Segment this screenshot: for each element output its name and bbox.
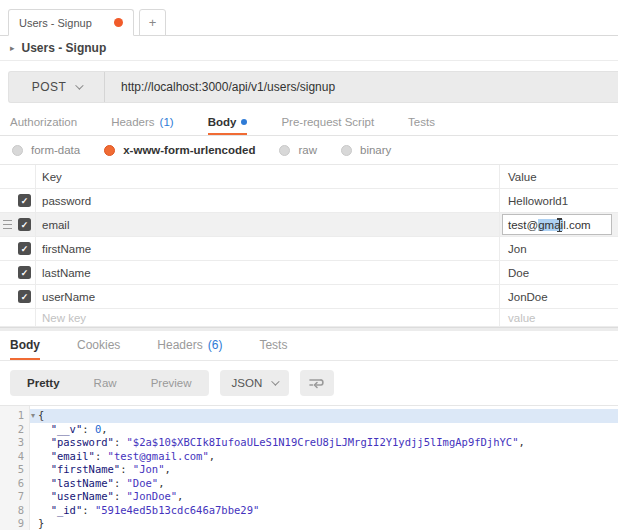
code-line: 8 "_id": "591e4ed5b13cdc646a7bbe29" [0, 504, 618, 518]
line-number: 2 [0, 423, 30, 437]
code-line: 9} [0, 517, 618, 530]
radio-icon[interactable] [104, 145, 115, 156]
row-checkbox[interactable]: ✓ [18, 266, 31, 279]
row-checkbox[interactable]: ✓ [18, 290, 31, 303]
radio-icon[interactable] [341, 145, 352, 156]
line-number: 1 [0, 409, 30, 423]
code-line: 6 "lastName": "Doe", [0, 477, 618, 491]
code-line: 4 "email": "test@gmail.com", [0, 450, 618, 464]
body-mode-binary[interactable]: binary [341, 144, 391, 156]
line-number: 9 [0, 517, 30, 530]
response-toolbar: PrettyRawPreview JSON [0, 361, 618, 405]
view-mode-raw[interactable]: Raw [77, 370, 134, 396]
new-tab-button[interactable]: + [139, 9, 166, 36]
param-row[interactable]: ✓ lastName Doe [0, 261, 618, 285]
request-tab-headers[interactable]: Headers (1) [111, 111, 174, 135]
request-tab-body[interactable]: Body [208, 111, 248, 135]
code-line: 3 "password": "$2a$10$XBCIk8IufoaULeS1N1… [0, 436, 618, 450]
fold-caret-icon[interactable]: ▾ [31, 409, 35, 423]
line-number: 4 [0, 450, 30, 464]
value-column-header: Value [500, 165, 618, 188]
response-tab-body[interactable]: Body [10, 331, 40, 360]
response-tabs: Body Cookies Headers (6) Tests [0, 331, 618, 361]
params-table: Key Value ✓ password Helloworld1 ✓ email… [0, 164, 618, 327]
chevron-down-icon [271, 377, 279, 385]
view-mode-preview[interactable]: Preview [134, 370, 209, 396]
body-mode-x-www-form-urlencoded[interactable]: x-www-form-urlencoded [104, 144, 255, 156]
radio-icon[interactable] [12, 145, 23, 156]
collapse-caret-icon[interactable]: ▸ [10, 43, 15, 53]
count-badge: (1) [160, 116, 174, 128]
response-tab-tests[interactable]: Tests [259, 331, 287, 360]
param-row[interactable]: ✓ email test@gmail.com [0, 213, 618, 237]
new-key-input[interactable]: New key [36, 309, 500, 326]
response-body-viewer[interactable]: 1▾{2 "__v": 0,3 "password": "$2a$10$XBCI… [0, 405, 618, 530]
request-name: Users - Signup [22, 41, 107, 55]
param-key-input[interactable]: password [36, 189, 500, 212]
params-header-row: Key Value [0, 165, 618, 189]
row-checkbox[interactable]: ✓ [18, 242, 31, 255]
line-number: 6 [0, 477, 30, 491]
url-bar: POST http://localhost:3000/api/v1/users/… [8, 71, 618, 103]
param-key-input[interactable]: userName [36, 285, 500, 308]
response-tab-cookies[interactable]: Cookies [77, 331, 120, 360]
line-number: 3 [0, 436, 30, 450]
postman-window: Users - Signup + ▸ Users - Signup POST h… [0, 0, 618, 530]
body-mode-form-data[interactable]: form-data [12, 144, 80, 156]
row-checkbox[interactable]: ✓ [18, 218, 31, 231]
request-tab[interactable]: Users - Signup [8, 9, 134, 36]
tab-bar: Users - Signup + [0, 0, 618, 36]
line-number: 8 [0, 504, 30, 518]
param-value-input[interactable]: JonDoe [500, 285, 618, 308]
request-tab-tests[interactable]: Tests [408, 111, 435, 135]
code-line: 7 "userName": "JonDoe", [0, 490, 618, 504]
param-key-input[interactable]: lastName [36, 261, 500, 284]
blue-dot-icon [241, 119, 247, 125]
request-tabs: Authorization Headers (1) Body Pre-reque… [0, 111, 618, 136]
url-input[interactable]: http://localhost:3000/api/v1/users/signu… [105, 80, 335, 94]
param-value-input-focused[interactable]: test@gmail.com [502, 214, 612, 235]
body-mode-row: form-data x-www-form-urlencoded raw bina… [0, 136, 618, 164]
language-dropdown[interactable]: JSON [220, 370, 290, 396]
param-row[interactable]: ✓ firstName Jon [0, 237, 618, 261]
radio-icon[interactable] [279, 145, 290, 156]
param-key-input[interactable]: email [36, 213, 500, 236]
method-dropdown[interactable]: POST [9, 72, 105, 102]
response-tab-headers[interactable]: Headers (6) [157, 331, 222, 360]
text-cursor-icon [555, 218, 564, 232]
drag-handle-icon[interactable] [3, 220, 12, 229]
code-line: 1▾{ [0, 409, 618, 423]
new-param-row[interactable]: New key value [0, 309, 618, 327]
line-number: 5 [0, 463, 30, 477]
param-value-input[interactable]: test@gmail.com [500, 213, 618, 236]
wrap-lines-button[interactable] [300, 370, 334, 396]
method-label: POST [32, 80, 66, 94]
language-label: JSON [232, 377, 263, 389]
param-value-input[interactable]: Helloworld1 [500, 189, 618, 212]
request-tab-pre-request-script[interactable]: Pre-request Script [281, 111, 374, 135]
wrap-lines-icon [309, 377, 325, 389]
request-tab-label: Users - Signup [19, 17, 114, 29]
line-number: 7 [0, 490, 30, 504]
param-row[interactable]: ✓ userName JonDoe [0, 285, 618, 309]
request-name-row[interactable]: ▸ Users - Signup [0, 36, 618, 61]
count-badge: (6) [208, 338, 223, 352]
chevron-down-icon [75, 81, 83, 89]
new-value-input[interactable]: value [500, 309, 618, 326]
param-value-input[interactable]: Jon [500, 237, 618, 260]
code-line: 2 "__v": 0, [0, 423, 618, 437]
view-mode-pretty[interactable]: Pretty [10, 370, 77, 396]
param-value-input[interactable]: Doe [500, 261, 618, 284]
view-mode-switcher: PrettyRawPreview [10, 370, 209, 396]
request-tab-authorization[interactable]: Authorization [10, 111, 77, 135]
param-row[interactable]: ✓ password Helloworld1 [0, 189, 618, 213]
body-mode-raw[interactable]: raw [279, 144, 317, 156]
unsaved-changes-dot-icon [114, 18, 123, 27]
param-key-input[interactable]: firstName [36, 237, 500, 260]
key-column-header: Key [36, 165, 500, 188]
row-checkbox[interactable]: ✓ [18, 194, 31, 207]
code-line: 5 "firstName": "Jon", [0, 463, 618, 477]
